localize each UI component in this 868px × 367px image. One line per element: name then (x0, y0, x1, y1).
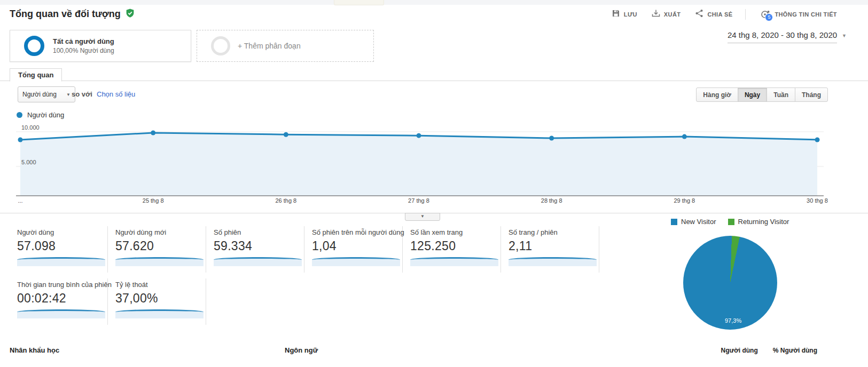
insights-button[interactable]: 5 THÔNG TIN CHI TIẾT (760, 9, 837, 20)
header-actions: LƯU XUẤT CHIA SẺ 5 THÔNG TIN CHI TIẾT (597, 9, 837, 20)
y-tick-10000: 10.000 (21, 124, 40, 131)
tab-bar: Tổng quan (0, 68, 868, 81)
metric-value: 00:02:42 (17, 291, 107, 306)
data-point[interactable] (815, 137, 820, 142)
metric-label: Thời gian trung bình của phiên (17, 281, 107, 289)
segment-subtitle: 100,00% Người dùng (53, 47, 114, 54)
metric-label: Người dùng (17, 228, 107, 236)
visitor-type-pie-chart[interactable] (683, 236, 777, 330)
data-point[interactable] (417, 133, 421, 138)
metric-value: 59.334 (214, 239, 304, 253)
granularity-day[interactable]: Ngày (738, 87, 767, 102)
legend-item-new-visitor: New Visitor (671, 218, 716, 226)
granularity-switcher: Hàng giờ Ngày Tuần Tháng (697, 87, 828, 102)
legend-label: Người dùng (27, 111, 64, 119)
actions-divider (745, 9, 746, 20)
users-area-chart[interactable] (16, 120, 824, 201)
metric-select-dropdown[interactable]: Người dùng ▼ (18, 86, 75, 102)
versus-label: so với (72, 90, 92, 98)
metric-card: Số trang / phiên2,11 (501, 226, 599, 273)
table-column-headers: Người dùng % Người dùng (706, 347, 817, 354)
data-point[interactable] (151, 130, 155, 135)
export-icon (652, 9, 660, 20)
x-tick-label: 28 thg 8 (541, 197, 562, 204)
metric-sparkline (17, 309, 105, 318)
y-tick-5000: 5.000 (21, 159, 36, 165)
add-segment-label: + Thêm phân đoạn (238, 42, 301, 50)
page-title: Tổng quan về đối tượng (10, 9, 121, 20)
segment-title: Tất cả người dùng (53, 37, 114, 45)
data-point[interactable] (549, 135, 554, 140)
chart-legend: Người dùng (17, 111, 64, 119)
date-range-picker[interactable]: 24 thg 8, 2020 - 30 thg 8, 2020 ▼ (728, 30, 847, 43)
legend-dot-icon (17, 112, 22, 118)
choose-metric-link[interactable]: Chọn số liệu (97, 90, 135, 98)
metric-value: 57.620 (115, 239, 206, 253)
metric-label: Số phiên trên mỗi người dùng (312, 228, 402, 236)
add-segment-button[interactable]: + Thêm phân đoạn (197, 30, 374, 62)
metric-sparkline (509, 257, 597, 266)
demographics-header: Nhân khẩu học (10, 346, 59, 354)
granularity-month[interactable]: Tháng (795, 87, 828, 102)
metric-value: 2,11 (509, 239, 599, 253)
share-icon (695, 9, 703, 20)
segment-donut-icon (24, 36, 44, 56)
metric-card: Số phiên59.334 (206, 226, 304, 273)
save-button[interactable]: LƯU (612, 9, 637, 20)
shield-check-icon (126, 9, 135, 20)
metric-card: Số lần xem trang125.250 (403, 226, 501, 273)
metric-value: 57.098 (17, 239, 107, 253)
pie-legend: New Visitor Returning Visitor (671, 218, 801, 226)
metric-value: 1,04 (312, 239, 402, 253)
fading-toast (334, 0, 384, 5)
chevron-down-icon: ▼ (842, 33, 847, 38)
data-point[interactable] (18, 137, 23, 142)
metric-value: 125.250 (410, 239, 501, 253)
pie-slice-label: 97,3% (725, 317, 741, 324)
segment-ring-icon (211, 36, 230, 55)
legend-item-returning-visitor: Returning Visitor (728, 218, 789, 226)
chevron-down-icon: ▼ (66, 92, 71, 97)
audience-overview-page: Tổng quan về đối tượng LƯU XUẤT CHIA SẺ … (0, 0, 868, 367)
metrics-row-2: Thời gian trung bình của phiên00:02:42Tỷ… (10, 278, 206, 325)
x-tick-label: 30 thg 8 (807, 197, 828, 204)
x-tick-label: 25 thg 8 (143, 197, 164, 204)
metric-value: 37,00% (115, 291, 206, 306)
x-tick-label: 29 thg 8 (674, 197, 695, 204)
language-header: Ngôn ngữ (285, 346, 318, 354)
metric-label: Số lần xem trang (410, 228, 501, 236)
metric-sparkline (115, 257, 204, 266)
share-button[interactable]: CHIA SẺ (695, 9, 732, 20)
tab-overview[interactable]: Tổng quan (10, 68, 62, 82)
x-tick-label: 26 thg 8 (275, 197, 296, 204)
metrics-row-1: Người dùng57.098Người dùng mới57.620Số p… (10, 226, 599, 273)
metric-card: Tỷ lệ thoát37,00% (108, 278, 206, 325)
page-header: Tổng quan về đối tượng (10, 7, 135, 20)
col-users: Người dùng (721, 347, 758, 354)
insights-icon: 5 (760, 9, 771, 20)
metric-card: Số phiên trên mỗi người dùng1,04 (304, 226, 403, 273)
metric-label: Người dùng mới (115, 228, 206, 236)
metric-card: Thời gian trung bình của phiên00:02:42 (10, 278, 108, 325)
granularity-hourly[interactable]: Hàng giờ (696, 87, 738, 102)
data-point[interactable] (682, 134, 687, 139)
export-button[interactable]: XUẤT (652, 9, 681, 20)
date-range-label: 24 thg 8, 2020 - 30 thg 8, 2020 (728, 30, 837, 43)
col-pct-users: % Người dùng (773, 347, 817, 354)
insights-badge: 5 (765, 13, 773, 21)
new-visitor-swatch-icon (671, 219, 677, 225)
metric-label: Tỷ lệ thoát (115, 281, 206, 289)
metric-sparkline (312, 257, 400, 266)
data-point[interactable] (284, 132, 288, 137)
metric-sparkline (214, 257, 302, 266)
segment-all-users[interactable]: Tất cả người dùng 100,00% Người dùng (10, 30, 191, 62)
metric-sparkline (115, 309, 204, 318)
save-icon (612, 9, 620, 20)
granularity-week[interactable]: Tuần (767, 87, 795, 102)
returning-visitor-swatch-icon (728, 219, 734, 225)
x-axis-labels: ...25 thg 826 thg 827 thg 828 thg 829 th… (16, 197, 824, 205)
top-strip (0, 0, 868, 5)
x-tick-label: 27 thg 8 (408, 197, 429, 204)
metric-sparkline (17, 257, 105, 266)
timeline-expander-handle[interactable]: ▼ (405, 213, 440, 221)
